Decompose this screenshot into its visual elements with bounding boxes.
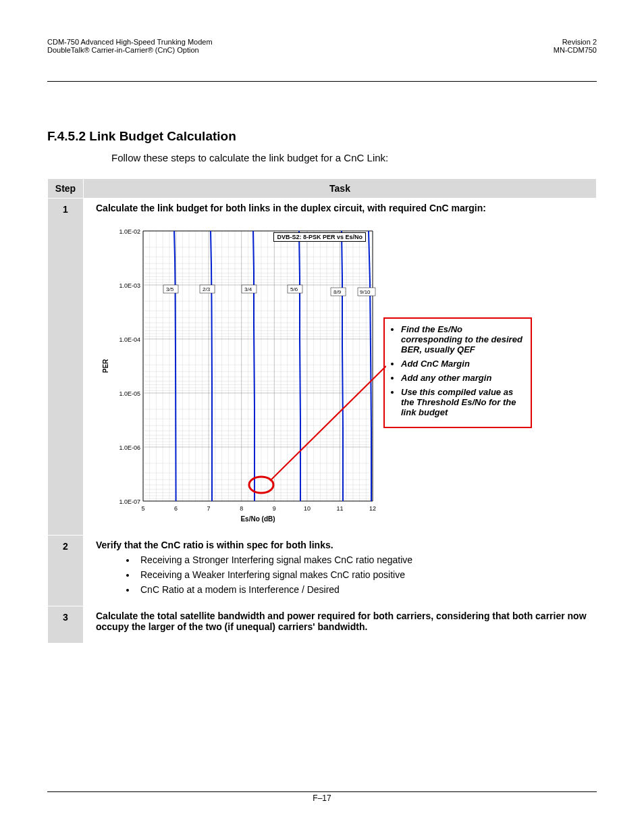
step-number: 1: [48, 199, 84, 536]
callout-box: Find the Es/No corresponding to the desi…: [383, 317, 532, 428]
task-bullets: Receiving a Stronger Interfering signal …: [96, 554, 589, 595]
svg-text:7: 7: [207, 505, 211, 512]
table-row: 3 Calculate the total satellite bandwidt…: [48, 606, 597, 644]
page: CDM-750 Advanced High-Speed Trunking Mod…: [0, 0, 644, 834]
step-number: 2: [48, 536, 84, 606]
svg-text:1.0E-02: 1.0E-02: [119, 228, 140, 235]
intro-paragraph: Follow these steps to calculate the link…: [111, 152, 597, 163]
series-label: 3/5: [166, 286, 174, 292]
table-row: 2 Verify that the CnC ratio is within sp…: [48, 536, 597, 606]
svg-text:8: 8: [240, 505, 243, 512]
svg-text:9: 9: [273, 505, 276, 512]
callout-item: Use this compiled value as the Threshold…: [401, 387, 524, 417]
header-right-line2: MN-CDM750: [554, 46, 597, 54]
header-right-line1: Revision 2: [554, 38, 597, 46]
header-left-line2: DoubleTalk® Carrier-in-Carrier® (CnC) Op…: [47, 46, 213, 54]
svg-text:11: 11: [336, 505, 343, 512]
task-title: Verify that the CnC ratio is within spec…: [96, 540, 589, 550]
page-header: CDM-750 Advanced High-Speed Trunking Mod…: [47, 38, 597, 54]
series-label: 5/6: [290, 286, 298, 292]
series-label: 2/3: [203, 286, 211, 292]
svg-text:5: 5: [141, 505, 144, 512]
y-axis-label: PER: [102, 359, 109, 373]
series-label: 3/4: [244, 286, 252, 292]
col-head-task: Task: [84, 179, 597, 199]
page-footer: F–17: [47, 791, 597, 803]
step-task: Verify that the CnC ratio is within spec…: [84, 536, 597, 606]
x-axis-ticks: 5 6 7 8 9 10 11 12: [141, 505, 376, 512]
list-item: CnC Ratio at a modem is Interference / D…: [136, 584, 589, 595]
chart-title: DVB-S2: 8-PSK PER vs Es/No: [273, 232, 366, 242]
svg-text:1.0E-07: 1.0E-07: [119, 498, 140, 505]
svg-text:1.0E-04: 1.0E-04: [119, 336, 140, 343]
gridlines: [143, 231, 373, 501]
footer-rule: [47, 791, 597, 792]
y-axis-ticks: 1.0E-02 1.0E-03 1.0E-04 1.0E-05 1.0E-06 …: [119, 228, 140, 505]
svg-text:1.0E-06: 1.0E-06: [119, 444, 140, 451]
svg-text:10: 10: [304, 505, 311, 512]
section-heading: F.4.5.2 Link Budget Calculation: [47, 129, 597, 144]
step-number: 3: [48, 606, 84, 644]
series-labels: 3/5 2/3 3/4: [163, 285, 375, 296]
callout-item: Add any other margin: [401, 373, 524, 383]
chart-wrap: 3/5 2/3 3/4: [96, 217, 386, 528]
header-rule: [47, 81, 597, 82]
callout-item: Find the Es/No corresponding to the desi…: [401, 324, 524, 355]
series-label: 9/10: [360, 289, 371, 295]
step-task: Calculate the total satellite bandwidth …: [84, 606, 597, 644]
highlight-annotation: [249, 366, 386, 493]
svg-text:6: 6: [174, 505, 178, 512]
x-axis-label: Es/No (dB): [240, 515, 275, 523]
col-head-step: Step: [48, 179, 84, 199]
series-label: 8/9: [333, 289, 342, 295]
list-item: Receiving a Stronger Interfering signal …: [136, 554, 589, 565]
task-title: Calculate the total satellite bandwidth …: [96, 610, 589, 632]
svg-text:1.0E-05: 1.0E-05: [119, 390, 140, 397]
task-title: Calculate the link budget for both links…: [96, 203, 589, 213]
header-left-line1: CDM-750 Advanced High-Speed Trunking Mod…: [47, 38, 213, 46]
page-number: F–17: [47, 793, 597, 803]
plot-area: 3/5 2/3 3/4: [102, 228, 386, 523]
callout-item: Add CnC Margin: [401, 359, 524, 369]
list-item: Receiving a Weaker Interfering signal ma…: [136, 569, 589, 580]
series-lines: [174, 231, 371, 501]
per-vs-esno-chart: 3/5 2/3 3/4: [96, 217, 386, 528]
table-row: 1 Calculate the link budget for both lin…: [48, 199, 597, 536]
step-task: Calculate the link budget for both links…: [84, 199, 597, 536]
svg-text:12: 12: [369, 505, 376, 512]
chart-and-callout: 3/5 2/3 3/4: [96, 217, 589, 528]
steps-table: Step Task 1 Calculate the link budget fo…: [47, 178, 597, 644]
svg-text:1.0E-03: 1.0E-03: [119, 282, 140, 289]
